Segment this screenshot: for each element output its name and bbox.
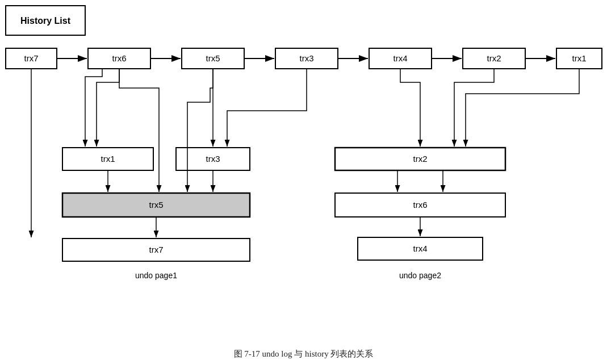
- svg-text:trx4: trx4: [393, 53, 407, 63]
- svg-text:trx6: trx6: [413, 200, 427, 210]
- svg-text:trx1: trx1: [101, 154, 115, 164]
- svg-text:trx7: trx7: [149, 245, 163, 254]
- page-container: History List trx7 trx6 trx5 trx3 trx4 tr…: [0, 0, 607, 364]
- diagram-svg: History List trx7 trx6 trx5 trx3 trx4 tr…: [0, 0, 607, 341]
- svg-text:undo page2: undo page2: [399, 271, 441, 280]
- svg-text:trx6: trx6: [112, 53, 126, 63]
- svg-text:trx3: trx3: [206, 154, 220, 164]
- svg-text:trx7: trx7: [24, 53, 38, 63]
- svg-text:trx4: trx4: [413, 244, 427, 253]
- svg-text:trx5: trx5: [149, 200, 163, 210]
- svg-text:History List: History List: [20, 16, 71, 26]
- svg-text:trx2: trx2: [413, 154, 427, 164]
- svg-text:trx5: trx5: [206, 53, 220, 63]
- svg-text:trx1: trx1: [572, 53, 586, 63]
- svg-text:trx2: trx2: [487, 53, 501, 63]
- figure-caption: 图 7-17 undo log 与 history 列表的关系: [0, 349, 607, 359]
- svg-text:trx3: trx3: [299, 53, 313, 63]
- svg-text:undo page1: undo page1: [135, 271, 177, 280]
